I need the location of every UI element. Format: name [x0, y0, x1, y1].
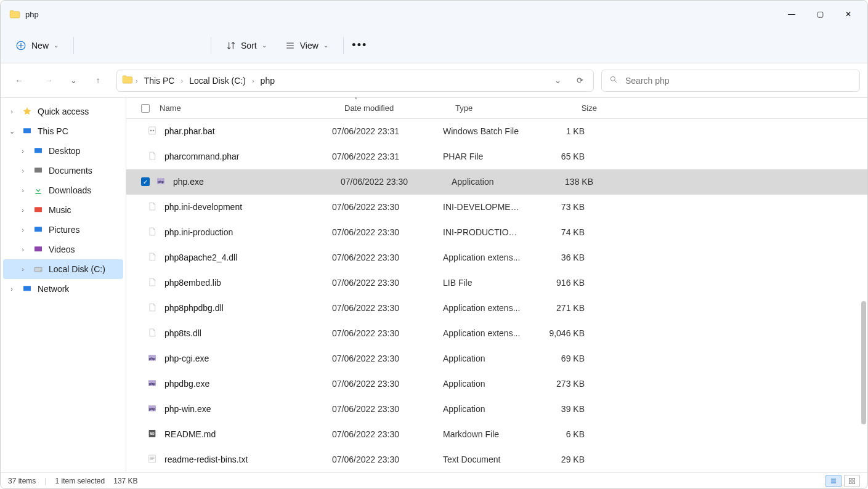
file-size: 271 KB	[529, 303, 591, 313]
close-button[interactable]: ✕	[834, 4, 862, 24]
svg-rect-12	[34, 207, 42, 212]
file-row[interactable]: ✓ php8apache2_4.dll 07/06/2022 23:30 App…	[126, 245, 867, 270]
file-date: 07/06/2022 23:30	[326, 429, 437, 439]
file-date: 07/06/2022 23:30	[326, 379, 437, 389]
tree-item-this-pc[interactable]: ⌄ This PC	[3, 121, 123, 141]
column-type[interactable]: Type	[449, 98, 541, 118]
tree-item-network[interactable]: › Network	[3, 279, 123, 299]
view-button[interactable]: View⌄	[278, 33, 336, 58]
tree-item-music[interactable]: › Music	[3, 200, 123, 220]
more-button[interactable]: •••	[351, 33, 368, 58]
breadcrumb-local-disk[interactable]: Local Disk (C:)	[185, 75, 249, 87]
forward-button[interactable]: →	[38, 70, 60, 92]
file-name: php8embed.lib	[164, 278, 221, 288]
breadcrumb-this-pc[interactable]: This PC	[140, 75, 179, 87]
file-row[interactable]: ✓ php8phpdbg.dll 07/06/2022 23:30 Applic…	[126, 296, 867, 321]
tree-item-documents[interactable]: › Documents	[3, 161, 123, 180]
search-box[interactable]	[601, 70, 860, 92]
file-type: INI-DEVELOPMEN...	[437, 202, 529, 212]
select-all-checkbox[interactable]	[141, 104, 150, 113]
twisty-icon[interactable]: ›	[7, 108, 17, 115]
scrollbar[interactable]	[861, 301, 866, 424]
file-row[interactable]: ✓ php.ini-production 07/06/2022 23:30 IN…	[126, 220, 867, 245]
file-date: 07/06/2022 23:30	[326, 303, 437, 313]
file-row[interactable]: ✓ php phpdbg.exe 07/06/2022 23:30 Applic…	[126, 371, 867, 397]
twisty-icon[interactable]: ⌄	[7, 127, 17, 135]
file-date: 07/06/2022 23:30	[326, 455, 437, 464]
svg-text:php: php	[149, 382, 156, 386]
file-row[interactable]: ✓ php8embed.lib 07/06/2022 23:30 LIB Fil…	[126, 270, 867, 296]
minimize-button[interactable]: —	[777, 4, 806, 24]
twisty-icon[interactable]: ›	[18, 147, 28, 155]
thumbnails-view-toggle[interactable]	[844, 475, 860, 487]
tree-label: Videos	[49, 244, 75, 254]
chevron-right-icon: ›	[251, 77, 256, 84]
folder-icon	[9, 10, 20, 18]
cut-button[interactable]	[81, 33, 99, 58]
row-checkbox[interactable]: ✓	[141, 177, 150, 186]
file-type: Application	[437, 354, 529, 363]
address-bar[interactable]: › This PC › Local Disk (C:) › php ⌄ ⟳	[116, 70, 594, 92]
svg-point-19	[150, 130, 152, 132]
file-row[interactable]: ✓ php php.exe 07/06/2022 23:30 Applicati…	[126, 169, 867, 195]
tree-item-pictures[interactable]: › Pictures	[3, 220, 123, 240]
tree-label: This PC	[38, 126, 68, 136]
rename-button[interactable]	[144, 33, 161, 58]
file-row[interactable]: ✓ php php-win.exe 07/06/2022 23:30 Appli…	[126, 397, 867, 422]
file-row[interactable]: ✓ pharcommand.phar 07/06/2022 23:31 PHAR…	[126, 144, 867, 169]
up-button[interactable]: ↑	[87, 70, 109, 92]
back-button[interactable]: ←	[8, 70, 30, 92]
breadcrumb-php[interactable]: php	[257, 75, 278, 87]
file-size: 916 KB	[529, 278, 591, 288]
new-button[interactable]: New⌄	[8, 33, 66, 58]
tree-item-videos[interactable]: › Videos	[3, 240, 123, 259]
twisty-icon[interactable]: ›	[18, 187, 28, 194]
pc-icon	[22, 126, 33, 137]
recent-button[interactable]: ⌄	[67, 70, 79, 92]
file-name: php8phpdbg.dll	[164, 303, 224, 313]
svg-text:php: php	[158, 180, 164, 184]
file-size: 6 KB	[529, 429, 591, 439]
details-view-toggle[interactable]	[825, 475, 842, 487]
file-row[interactable]: ✓ readme-redist-bins.txt 07/06/2022 23:3…	[126, 447, 867, 472]
sort-button[interactable]: Sort⌄	[219, 33, 274, 58]
twisty-icon[interactable]: ›	[7, 285, 17, 293]
twisty-icon[interactable]: ›	[18, 167, 28, 174]
tree-label: Quick access	[38, 107, 89, 116]
pic-icon	[33, 224, 44, 235]
file-row[interactable]: ✓ php8ts.dll 07/06/2022 23:30 Applicatio…	[126, 321, 867, 346]
twisty-icon[interactable]: ›	[18, 246, 28, 253]
more-icon: •••	[352, 39, 367, 52]
twisty-icon[interactable]: ›	[18, 206, 28, 214]
maximize-button[interactable]: ▢	[806, 4, 834, 24]
folder-icon	[122, 75, 133, 86]
tree-item-desktop[interactable]: › Desktop	[3, 141, 123, 161]
status-bar: 37 items | 1 item selected 137 KB	[1, 472, 867, 488]
file-type: Text Document	[437, 455, 529, 464]
share-button[interactable]	[165, 33, 182, 58]
twisty-icon[interactable]: ›	[18, 226, 28, 233]
svg-rect-32	[850, 478, 852, 480]
column-size[interactable]: Size	[541, 98, 603, 118]
copy-button[interactable]	[102, 33, 120, 58]
svg-rect-14	[34, 246, 42, 251]
file-row[interactable]: ✓ php.ini-development 07/06/2022 23:30 I…	[126, 195, 867, 220]
tree-item-local-disk-c-[interactable]: › Local Disk (C:)	[3, 259, 123, 279]
column-name[interactable]: Name	[153, 98, 338, 118]
paste-button[interactable]	[123, 33, 140, 58]
tree-item-quick-access[interactable]: › Quick access	[3, 102, 123, 121]
file-size: 138 KB	[538, 177, 599, 187]
file-name: php.ini-production	[164, 227, 233, 237]
search-input[interactable]	[624, 75, 852, 86]
address-dropdown-button[interactable]: ⌄	[549, 70, 566, 92]
sort-indicator-icon: ˄	[354, 97, 357, 103]
file-row[interactable]: ✓ MD README.md 07/06/2022 23:30 Markdown…	[126, 422, 867, 447]
chevron-down-icon: ⌄	[554, 76, 561, 85]
file-size: 69 KB	[529, 354, 591, 363]
tree-item-downloads[interactable]: › Downloads	[3, 180, 123, 200]
file-row[interactable]: ✓ phar.phar.bat 07/06/2022 23:31 Windows…	[126, 119, 867, 144]
file-row[interactable]: ✓ php php-cgi.exe 07/06/2022 23:30 Appli…	[126, 346, 867, 371]
delete-button[interactable]	[186, 33, 203, 58]
refresh-button[interactable]: ⟳	[571, 70, 588, 92]
twisty-icon[interactable]: ›	[18, 265, 28, 273]
